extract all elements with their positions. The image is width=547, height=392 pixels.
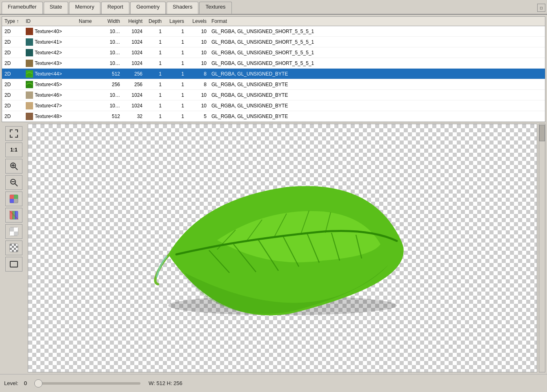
channels-rgba-button[interactable] bbox=[5, 192, 22, 206]
cell-width: 10… bbox=[101, 49, 123, 56]
cell-depth: 1 bbox=[146, 102, 164, 109]
col-header-width[interactable]: Width bbox=[101, 18, 123, 25]
cell-height: 256 bbox=[123, 70, 146, 78]
window-close-button[interactable]: □ bbox=[537, 4, 545, 12]
table-row[interactable]: 2D Texture<44> 512 256 1 1 8 GL_RGBA, GL… bbox=[2, 69, 545, 79]
svg-rect-19 bbox=[10, 195, 14, 199]
tab-framebuffer[interactable]: Framebuffer bbox=[2, 2, 43, 14]
table-row[interactable]: 2D Texture<46> 10… 1024 1 1 10 GL_RGBA, … bbox=[2, 90, 545, 100]
preview-section: 1:1 bbox=[2, 124, 545, 372]
level-slider[interactable] bbox=[34, 382, 140, 385]
bottom-bar: Level: 0 W: 512 H: 256 bbox=[0, 374, 547, 392]
checker-button[interactable] bbox=[5, 241, 22, 255]
tab-state[interactable]: State bbox=[44, 2, 68, 14]
svg-rect-37 bbox=[16, 246, 18, 248]
texture-thumb bbox=[26, 28, 33, 35]
svg-line-12 bbox=[15, 167, 18, 170]
svg-rect-20 bbox=[14, 195, 18, 199]
table-row[interactable]: 2D Texture<43> 10… 1024 1 1 10 GL_RGBA, … bbox=[2, 58, 545, 69]
zoom-out-button[interactable] bbox=[5, 175, 22, 190]
cell-levels: 10 bbox=[187, 60, 209, 67]
border-button[interactable] bbox=[5, 257, 22, 272]
svg-rect-0 bbox=[26, 28, 33, 35]
cell-layers: 1 bbox=[164, 102, 187, 109]
cell-depth: 1 bbox=[146, 70, 164, 78]
svg-rect-41 bbox=[16, 250, 18, 252]
table-body: 2D Texture<40> 10… 1024 1 1 10 GL_RGBA, … bbox=[2, 26, 545, 122]
texture-thumb bbox=[26, 60, 33, 67]
tab-report[interactable]: Report bbox=[101, 2, 129, 14]
cell-format: GL_RGBA, GL_UNSIGNED_BYTE bbox=[209, 81, 545, 88]
tab-memory[interactable]: Memory bbox=[69, 2, 100, 14]
svg-line-16 bbox=[15, 184, 18, 187]
preview-scrollbar[interactable] bbox=[539, 124, 545, 372]
cell-format: GL_RGBA, GL_UNSIGNED_SHORT_5_5_5_1 bbox=[209, 49, 545, 56]
col-header-levels[interactable]: Levels bbox=[187, 18, 209, 25]
tab-shaders[interactable]: Shaders bbox=[167, 2, 198, 14]
level-label: Level: bbox=[4, 380, 18, 386]
cell-levels: 10 bbox=[187, 102, 209, 109]
svg-rect-9 bbox=[26, 102, 33, 109]
cell-levels: 8 bbox=[187, 70, 209, 78]
col-header-type[interactable]: Type ↑ bbox=[2, 18, 23, 25]
svg-rect-34 bbox=[10, 244, 12, 246]
cell-type: 2D bbox=[2, 91, 23, 99]
cell-depth: 1 bbox=[146, 81, 164, 88]
cell-format: GL_RGBA, GL_UNSIGNED_SHORT_5_5_5_1 bbox=[209, 60, 545, 67]
texture-thumb bbox=[26, 38, 33, 46]
col-header-height[interactable]: Height bbox=[123, 18, 146, 25]
texture-preview-canvas bbox=[28, 124, 537, 372]
tab-geometry[interactable]: Geometry bbox=[130, 2, 166, 14]
one-to-one-button[interactable]: 1:1 bbox=[5, 143, 22, 157]
svg-rect-1 bbox=[26, 38, 33, 46]
table-row[interactable]: 2D Texture<42> 10… 1024 1 1 10 GL_RGBA, … bbox=[2, 47, 545, 58]
scrollbar-thumb[interactable] bbox=[539, 125, 545, 141]
cell-type: 2D bbox=[2, 49, 23, 56]
table-row[interactable]: 2D Texture<47> 10… 1024 1 1 10 GL_RGBA, … bbox=[2, 100, 545, 111]
col-header-depth[interactable]: Depth bbox=[146, 18, 164, 25]
cell-type: 2D bbox=[2, 28, 23, 35]
cell-levels: 10 bbox=[187, 91, 209, 99]
cell-id: Texture<44> bbox=[23, 69, 76, 78]
table-header: Type ↑ ID Name Width Height Depth Layers… bbox=[2, 17, 545, 26]
col-header-name[interactable]: Name bbox=[76, 18, 101, 25]
cell-layers: 1 bbox=[164, 49, 187, 56]
fit-button[interactable] bbox=[5, 126, 22, 141]
cell-layers: 1 bbox=[164, 60, 187, 67]
col-header-format[interactable]: Format bbox=[209, 18, 545, 25]
cell-levels: 10 bbox=[187, 49, 209, 56]
cell-height: 32 bbox=[123, 113, 146, 120]
cell-width: 512 bbox=[101, 113, 123, 120]
cell-format: GL_RGBA, GL_UNSIGNED_BYTE bbox=[209, 113, 545, 120]
texture-thumb bbox=[26, 70, 33, 78]
col-header-id[interactable]: ID bbox=[23, 18, 76, 25]
cell-height: 1024 bbox=[123, 28, 146, 35]
svg-rect-40 bbox=[12, 250, 14, 252]
cell-format: GL_RGBA, GL_UNSIGNED_SHORT_5_5_5_1 bbox=[209, 28, 545, 35]
cell-width: 256 bbox=[101, 81, 123, 88]
cell-id: Texture<40> bbox=[23, 27, 76, 36]
texture-thumb bbox=[26, 91, 33, 99]
tab-textures[interactable]: Textures bbox=[199, 2, 231, 14]
table-row[interactable]: 2D Texture<41> 10… 1024 1 1 10 GL_RGBA, … bbox=[2, 37, 545, 47]
channels-rgb-button[interactable] bbox=[5, 208, 22, 223]
cell-name bbox=[76, 116, 101, 117]
cell-width: 10… bbox=[101, 102, 123, 109]
table-row[interactable]: 2D Texture<48> 512 32 1 1 5 GL_RGBA, GL_… bbox=[2, 111, 545, 122]
col-header-layers[interactable]: Layers bbox=[164, 18, 187, 25]
cell-type: 2D bbox=[2, 81, 23, 88]
cell-name bbox=[76, 52, 101, 53]
table-row[interactable]: 2D Texture<45> 256 256 1 1 8 GL_RGBA, GL… bbox=[2, 79, 545, 90]
zoom-in-button[interactable] bbox=[5, 159, 22, 174]
cell-name bbox=[76, 94, 101, 96]
cell-layers: 1 bbox=[164, 28, 187, 35]
alpha-view-button[interactable] bbox=[5, 224, 22, 239]
cell-id: Texture<46> bbox=[23, 91, 76, 100]
texture-thumb bbox=[26, 102, 33, 109]
svg-rect-22 bbox=[14, 199, 18, 203]
cell-id: Texture<48> bbox=[23, 112, 76, 121]
svg-rect-3 bbox=[26, 60, 33, 67]
preview-toolbar: 1:1 bbox=[2, 124, 26, 372]
table-row[interactable]: 2D Texture<40> 10… 1024 1 1 10 GL_RGBA, … bbox=[2, 26, 545, 37]
main-content: Type ↑ ID Name Width Height Depth Layers… bbox=[0, 15, 547, 392]
